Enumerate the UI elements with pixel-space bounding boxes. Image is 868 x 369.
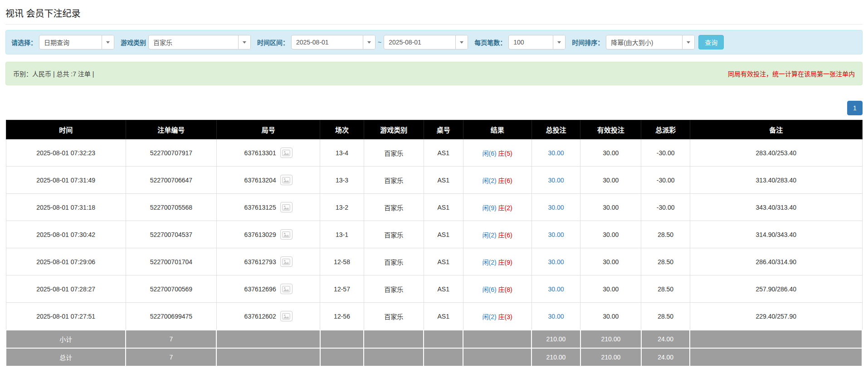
cell-game-type: 百家乐 bbox=[364, 167, 424, 194]
footer-empty-cell bbox=[424, 348, 463, 366]
page-size-dropdown[interactable]: 100 bbox=[508, 35, 566, 49]
round-image-icon bbox=[282, 286, 290, 292]
footer-total-bet: 210.00 bbox=[532, 348, 580, 366]
result-player: 闲(6) bbox=[483, 150, 497, 157]
round-no: 637612793 bbox=[244, 258, 276, 266]
cell-bet-no: 522700704537 bbox=[126, 221, 216, 248]
footer-count: 7 bbox=[126, 348, 216, 366]
chevron-down-icon[interactable] bbox=[363, 35, 375, 49]
cell-time: 2025-08-01 07:32:23 bbox=[6, 139, 126, 167]
sort-order-value[interactable]: 降幂(由大到小) bbox=[606, 35, 682, 49]
chevron-down-icon[interactable] bbox=[553, 35, 565, 49]
footer-empty-cell bbox=[216, 348, 320, 366]
column-header: 备注 bbox=[690, 120, 862, 139]
cell-bet-no: 522700707917 bbox=[126, 139, 216, 167]
result-banker: 庄(5) bbox=[498, 150, 512, 157]
cell-remark: 314.90/343.40 bbox=[690, 221, 862, 248]
table-body: 2025-08-01 07:32:23522700707917637613301… bbox=[6, 139, 862, 330]
cell-payout: 28.50 bbox=[641, 221, 690, 248]
query-type-value[interactable]: 日期查询 bbox=[39, 35, 102, 49]
result-player: 闲(6) bbox=[483, 286, 497, 293]
summary-notice: 同局有效投注，统一计算在该局第一张注单内 bbox=[728, 69, 855, 78]
total-bet-link[interactable]: 30.00 bbox=[548, 204, 564, 211]
chevron-down-icon[interactable] bbox=[238, 35, 250, 49]
footer-empty-cell bbox=[364, 330, 424, 348]
footer-valid-bet: 210.00 bbox=[580, 348, 641, 366]
betting-records-table: 时间注单编号局号场次游戏类别桌号结果总投注有效投注总派彩备注 2025-08-0… bbox=[5, 120, 863, 367]
cell-time: 2025-08-01 07:27:51 bbox=[6, 303, 126, 330]
summary-bar: 币别：人民币 | 总共 :7 注单 | 同局有效投注，统一计算在该局第一张注单内 bbox=[5, 62, 863, 85]
page-size-value[interactable]: 100 bbox=[509, 35, 553, 49]
cell-result: 闲(2) 庄(6) bbox=[463, 221, 532, 248]
round-detail-button[interactable] bbox=[280, 229, 293, 240]
total-bet-link[interactable]: 30.00 bbox=[548, 313, 564, 320]
page-title: 视讯 会员下注纪录 bbox=[5, 6, 863, 20]
query-button[interactable]: 查询 bbox=[698, 35, 724, 49]
cell-table-no: AS1 bbox=[424, 248, 463, 276]
date-from-value[interactable]: 2025-08-01 bbox=[292, 35, 363, 49]
sort-order-dropdown[interactable]: 降幂(由大到小) bbox=[606, 35, 695, 49]
total-bet-link[interactable]: 30.00 bbox=[548, 258, 564, 266]
round-no-group: 637612696 bbox=[244, 284, 293, 294]
round-detail-button[interactable] bbox=[280, 256, 293, 267]
total-bet-link[interactable]: 30.00 bbox=[548, 285, 564, 293]
round-detail-button[interactable] bbox=[280, 202, 293, 212]
cell-payout: 28.50 bbox=[641, 248, 690, 276]
cell-table-no: AS1 bbox=[424, 303, 463, 330]
cell-time: 2025-08-01 07:31:18 bbox=[6, 194, 126, 221]
time-range-label: 时间区间： bbox=[257, 38, 289, 47]
column-header: 时间 bbox=[6, 120, 126, 139]
query-type-dropdown[interactable]: 日期查询 bbox=[39, 35, 114, 49]
cell-session: 12-57 bbox=[320, 276, 364, 303]
cell-session: 12-56 bbox=[320, 303, 364, 330]
cell-remark: 229.40/257.90 bbox=[690, 303, 862, 330]
cell-valid-bet: 30.00 bbox=[580, 248, 641, 276]
result-player: 闲(9) bbox=[483, 204, 497, 212]
footer-payout: 24.00 bbox=[641, 330, 690, 348]
cell-session: 13-4 bbox=[320, 139, 364, 167]
page-1-button[interactable]: 1 bbox=[847, 101, 863, 115]
cell-remark: 283.40/253.40 bbox=[690, 139, 862, 167]
table-header-row: 时间注单编号局号场次游戏类别桌号结果总投注有效投注总派彩备注 bbox=[6, 120, 862, 139]
cell-bet-no: 522700706647 bbox=[126, 167, 216, 194]
cell-session: 13-1 bbox=[320, 221, 364, 248]
cell-result: 闲(6) 庄(8) bbox=[463, 276, 532, 303]
result-player: 闲(2) bbox=[483, 313, 497, 320]
result-banker: 庄(3) bbox=[498, 313, 512, 320]
cell-bet-no: 522700705568 bbox=[126, 194, 216, 221]
table-row: 2025-08-01 07:31:18522700705568637613125… bbox=[6, 194, 862, 221]
cell-remark: 257.90/286.40 bbox=[690, 276, 862, 303]
cell-table-no: AS1 bbox=[424, 194, 463, 221]
cell-round-no: 637612602 bbox=[216, 303, 320, 330]
round-no: 637613125 bbox=[244, 204, 276, 211]
chevron-down-icon[interactable] bbox=[102, 35, 114, 49]
round-no: 637612602 bbox=[244, 313, 276, 320]
footer-valid-bet: 210.00 bbox=[580, 330, 641, 348]
round-detail-button[interactable] bbox=[280, 284, 293, 294]
game-type-value[interactable]: 百家乐 bbox=[149, 35, 238, 49]
cell-result: 闲(2) 庄(3) bbox=[463, 303, 532, 330]
cell-game-type: 百家乐 bbox=[364, 276, 424, 303]
game-type-dropdown[interactable]: 百家乐 bbox=[148, 35, 251, 49]
round-detail-button[interactable] bbox=[280, 148, 293, 158]
total-bet-link[interactable]: 30.00 bbox=[548, 177, 564, 184]
round-no-group: 637612793 bbox=[244, 256, 293, 267]
chevron-down-icon[interactable] bbox=[455, 35, 468, 49]
round-no-group: 637613301 bbox=[244, 148, 293, 158]
footer-payout: 24.00 bbox=[641, 348, 690, 366]
chevron-down-icon[interactable] bbox=[682, 35, 694, 49]
cell-table-no: AS1 bbox=[424, 167, 463, 194]
round-detail-button[interactable] bbox=[280, 311, 293, 321]
cell-session: 13-2 bbox=[320, 194, 364, 221]
round-detail-button[interactable] bbox=[280, 175, 293, 185]
result-banker: 庄(6) bbox=[498, 177, 512, 184]
table-foot: 小计7210.00210.0024.00总计7210.00210.0024.00 bbox=[6, 330, 862, 366]
date-to-value[interactable]: 2025-08-01 bbox=[384, 35, 455, 49]
date-to-picker[interactable]: 2025-08-01 bbox=[384, 35, 468, 49]
total-bet-link[interactable]: 30.00 bbox=[548, 231, 564, 238]
date-from-picker[interactable]: 2025-08-01 bbox=[291, 35, 375, 49]
cell-total-bet: 30.00 bbox=[532, 167, 580, 194]
cell-game-type: 百家乐 bbox=[364, 139, 424, 167]
total-bet-link[interactable]: 30.00 bbox=[548, 149, 564, 157]
footer-label: 小计 bbox=[6, 330, 126, 348]
